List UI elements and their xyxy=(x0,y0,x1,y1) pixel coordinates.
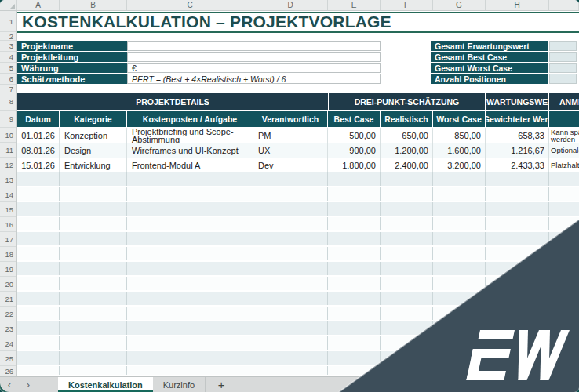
cell[interactable] xyxy=(328,351,381,365)
column-header-G[interactable]: G xyxy=(433,0,486,10)
cell[interactable] xyxy=(127,232,253,245)
cell[interactable] xyxy=(433,366,486,375)
row-header-24[interactable]: 24 xyxy=(0,336,16,351)
cell[interactable] xyxy=(60,187,127,201)
cell[interactable]: 850,00 xyxy=(433,128,486,143)
cell[interactable] xyxy=(486,262,549,275)
grid-row[interactable] xyxy=(17,307,579,321)
cell[interactable] xyxy=(549,232,579,245)
table-header-8[interactable] xyxy=(549,111,579,127)
column-header-F[interactable]: F xyxy=(381,0,433,10)
cell[interactable] xyxy=(486,366,549,375)
cell[interactable] xyxy=(381,232,433,245)
cell[interactable] xyxy=(328,321,381,335)
row-header-22[interactable]: 22 xyxy=(0,307,16,321)
cell[interactable] xyxy=(433,351,486,365)
cell[interactable] xyxy=(60,217,127,230)
cell[interactable] xyxy=(328,202,381,216)
cell[interactable] xyxy=(17,232,60,245)
cell[interactable]: PM xyxy=(253,128,328,143)
cell[interactable] xyxy=(60,292,127,305)
column-header-D[interactable]: D xyxy=(253,0,328,10)
cell[interactable] xyxy=(253,247,328,260)
cell[interactable] xyxy=(60,172,127,186)
grid-row[interactable] xyxy=(17,336,579,351)
cell[interactable] xyxy=(17,351,60,365)
cell[interactable] xyxy=(328,217,381,230)
grid-row[interactable] xyxy=(17,321,579,336)
cell[interactable] xyxy=(381,217,433,230)
cell[interactable] xyxy=(381,292,433,305)
row-header-3[interactable]: 3 xyxy=(0,41,16,52)
cell[interactable] xyxy=(433,277,486,290)
cell[interactable] xyxy=(127,262,253,275)
cell[interactable]: UX xyxy=(253,143,328,158)
cell[interactable] xyxy=(381,307,433,320)
cell[interactable] xyxy=(127,366,253,375)
row-header-6[interactable]: 6 xyxy=(0,74,16,85)
table-header-7[interactable]: Gewichteter Wert xyxy=(486,111,549,127)
row-header-8[interactable]: 8 xyxy=(0,93,16,111)
grid-row[interactable] xyxy=(17,262,579,277)
grid-row[interactable] xyxy=(17,277,579,292)
info-value-1[interactable] xyxy=(127,52,381,62)
cell[interactable] xyxy=(549,321,579,335)
cell[interactable] xyxy=(60,202,127,216)
cell[interactable] xyxy=(17,202,60,216)
cell[interactable] xyxy=(127,172,253,186)
cell[interactable] xyxy=(127,321,253,335)
cell[interactable] xyxy=(381,277,433,290)
grid-row[interactable] xyxy=(17,187,579,202)
cell[interactable]: 500,00 xyxy=(328,128,381,143)
cell[interactable] xyxy=(127,247,253,260)
cell[interactable] xyxy=(549,187,579,201)
cell[interactable] xyxy=(549,262,579,275)
cell[interactable] xyxy=(433,262,486,275)
row-header-17[interactable]: 17 xyxy=(0,232,16,247)
row-header-21[interactable]: 21 xyxy=(0,292,16,307)
cell[interactable] xyxy=(486,336,549,350)
table-header-4[interactable]: Best Case xyxy=(328,111,381,127)
cell[interactable]: Optionale xyxy=(549,143,579,158)
cell[interactable]: 1.200,00 xyxy=(381,143,433,158)
cell[interactable]: 650,00 xyxy=(381,128,433,143)
cell[interactable]: Platzhalte xyxy=(549,158,579,172)
cell[interactable] xyxy=(433,321,486,335)
cell[interactable]: 2.400,00 xyxy=(381,158,433,172)
cell[interactable] xyxy=(253,232,328,245)
cell[interactable]: Frontend-Modul A xyxy=(127,158,253,172)
column-header-partial[interactable] xyxy=(549,0,579,10)
cell[interactable] xyxy=(486,217,549,230)
cell[interactable] xyxy=(433,307,486,320)
cell[interactable]: 658,33 xyxy=(486,128,549,143)
cell[interactable] xyxy=(549,172,579,186)
cell[interactable]: 01.01.26 xyxy=(17,128,60,143)
cell[interactable] xyxy=(17,277,60,290)
cell[interactable]: Entwicklung xyxy=(60,158,127,172)
table-header-1[interactable]: Kategorie xyxy=(60,111,127,127)
summary-value-2[interactable] xyxy=(549,63,577,73)
cell[interactable] xyxy=(328,366,381,375)
grid-row[interactable] xyxy=(17,247,579,262)
row-header-9[interactable]: 9 xyxy=(0,111,16,128)
cell[interactable] xyxy=(433,232,486,245)
table-header-2[interactable]: Kostenposten / Aufgabe xyxy=(127,111,253,127)
cell[interactable]: 1.800,00 xyxy=(328,158,381,172)
cell[interactable] xyxy=(60,307,127,320)
cell[interactable] xyxy=(60,262,127,275)
cell[interactable] xyxy=(253,366,328,375)
cell[interactable] xyxy=(328,262,381,275)
cell[interactable]: 1.216,67 xyxy=(486,143,549,158)
select-all-corner[interactable] xyxy=(0,0,17,10)
cell[interactable] xyxy=(486,202,549,216)
cell[interactable] xyxy=(549,336,579,350)
cell[interactable]: 900,00 xyxy=(328,143,381,158)
row-header-1[interactable]: 1 xyxy=(0,11,16,32)
cell[interactable] xyxy=(549,217,579,230)
cell[interactable] xyxy=(433,336,486,350)
cell[interactable] xyxy=(549,292,579,305)
column-header-B[interactable]: B xyxy=(60,0,127,10)
table-header-5[interactable]: Realistisch xyxy=(381,111,433,127)
row-header-19[interactable]: 19 xyxy=(0,262,16,277)
cell[interactable] xyxy=(433,292,486,305)
